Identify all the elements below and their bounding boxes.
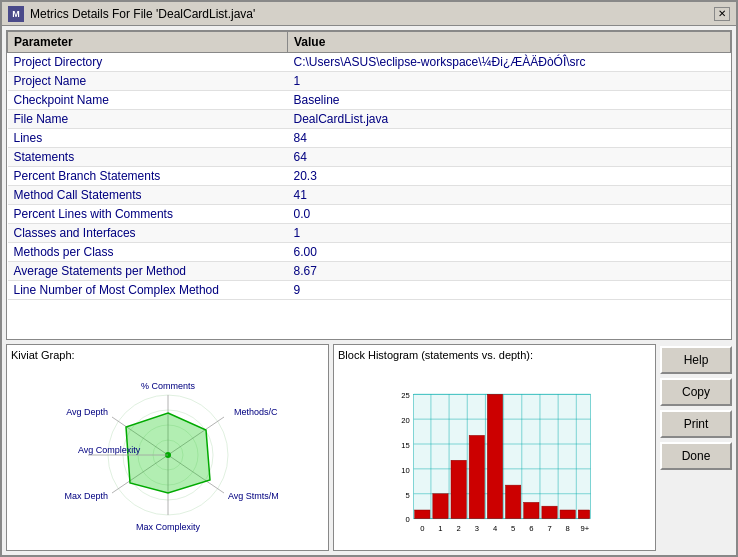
table-wrapper[interactable]: Parameter Value Project DirectoryC:\User… [7, 31, 731, 339]
table-row: Statements64 [8, 148, 731, 167]
svg-text:% Comments: % Comments [140, 381, 195, 391]
param-name: Percent Branch Statements [8, 167, 288, 186]
param-name: Percent Lines with Comments [8, 205, 288, 224]
table-row: Lines84 [8, 129, 731, 148]
kiviat-section: Kiviat Graph: [6, 344, 329, 551]
param-name: Method Call Statements [8, 186, 288, 205]
svg-rect-41 [505, 485, 520, 518]
copy-button[interactable]: Copy [660, 378, 732, 406]
param-value: 1 [288, 72, 731, 91]
close-button[interactable]: ✕ [714, 7, 730, 21]
table-row: Project Name1 [8, 72, 731, 91]
metrics-table: Parameter Value Project DirectoryC:\User… [7, 31, 731, 300]
window-content: Parameter Value Project DirectoryC:\User… [2, 26, 736, 555]
window-title: Metrics Details For File 'DealCardList.j… [30, 7, 255, 21]
param-value: 0.0 [288, 205, 731, 224]
param-name: Statements [8, 148, 288, 167]
title-bar-left: M Metrics Details For File 'DealCardList… [8, 6, 255, 22]
param-name: Line Number of Most Complex Method [8, 281, 288, 300]
svg-text:Avg Complexity: Avg Complexity [78, 445, 141, 455]
histogram-svg: 0 5 10 15 20 25 0 1 2 3 4 5 [385, 386, 605, 546]
param-name: File Name [8, 110, 288, 129]
svg-text:9+: 9+ [580, 524, 589, 533]
svg-text:Avg Stmts/Method: Avg Stmts/Method [228, 491, 278, 501]
param-value: 64 [288, 148, 731, 167]
kiviat-svg: % Comments Methods/Class Avg Stmts/Metho… [58, 375, 278, 535]
svg-text:Max Complexity: Max Complexity [135, 522, 200, 532]
param-value: 8.67 [288, 262, 731, 281]
table-row: Methods per Class6.00 [8, 243, 731, 262]
svg-text:Avg Depth: Avg Depth [66, 407, 108, 417]
svg-text:0: 0 [405, 515, 409, 524]
title-bar: M Metrics Details For File 'DealCardList… [2, 2, 736, 26]
bottom-section: Kiviat Graph: [6, 344, 732, 551]
buttons-section: Help Copy Print Done [660, 344, 732, 551]
svg-text:3: 3 [474, 524, 478, 533]
table-row: Line Number of Most Complex Method9 [8, 281, 731, 300]
col-header-value: Value [288, 32, 731, 53]
param-name: Checkpoint Name [8, 91, 288, 110]
print-button[interactable]: Print [660, 410, 732, 438]
param-value: 6.00 [288, 243, 731, 262]
table-row: Average Statements per Method8.67 [8, 262, 731, 281]
table-row: File NameDealCardList.java [8, 110, 731, 129]
charts-section: Kiviat Graph: [6, 344, 656, 551]
table-row: Classes and Interfaces1 [8, 224, 731, 243]
svg-rect-38 [451, 460, 466, 518]
svg-text:25: 25 [401, 391, 410, 400]
svg-rect-44 [560, 510, 575, 519]
svg-rect-39 [469, 435, 484, 518]
metrics-table-container: Parameter Value Project DirectoryC:\User… [6, 30, 732, 340]
help-button[interactable]: Help [660, 346, 732, 374]
table-row: Percent Lines with Comments0.0 [8, 205, 731, 224]
table-row: Percent Branch Statements20.3 [8, 167, 731, 186]
table-row: Method Call Statements41 [8, 186, 731, 205]
svg-rect-43 [541, 506, 556, 518]
svg-text:1: 1 [438, 524, 442, 533]
svg-text:5: 5 [511, 524, 515, 533]
param-value: 84 [288, 129, 731, 148]
param-name: Average Statements per Method [8, 262, 288, 281]
svg-text:10: 10 [401, 466, 410, 475]
param-value: Baseline [288, 91, 731, 110]
svg-text:0: 0 [420, 524, 424, 533]
done-button[interactable]: Done [660, 442, 732, 470]
table-row: Checkpoint NameBaseline [8, 91, 731, 110]
histogram-section: Block Histogram (statements vs. depth): [333, 344, 656, 551]
param-value: DealCardList.java [288, 110, 731, 129]
svg-text:7: 7 [547, 524, 551, 533]
svg-rect-37 [432, 494, 447, 519]
param-name: Project Directory [8, 53, 288, 72]
histogram-title: Block Histogram (statements vs. depth): [338, 349, 651, 361]
col-header-parameter: Parameter [8, 32, 288, 53]
window-icon: M [8, 6, 24, 22]
svg-text:Max Depth: Max Depth [64, 491, 108, 501]
svg-text:6: 6 [529, 524, 533, 533]
histogram-canvas: 0 5 10 15 20 25 0 1 2 3 4 5 [338, 363, 651, 546]
kiviat-canvas: % Comments Methods/Class Avg Stmts/Metho… [11, 363, 324, 546]
svg-text:4: 4 [492, 524, 497, 533]
param-name: Classes and Interfaces [8, 224, 288, 243]
param-name: Lines [8, 129, 288, 148]
svg-text:8: 8 [565, 524, 569, 533]
svg-text:Methods/Class: Methods/Class [234, 407, 278, 417]
svg-rect-36 [414, 510, 429, 519]
svg-text:5: 5 [405, 491, 409, 500]
kiviat-title: Kiviat Graph: [11, 349, 324, 361]
horizontal-scrollbar[interactable]: ◀ ▶ [7, 339, 731, 340]
svg-text:20: 20 [401, 416, 410, 425]
param-name: Project Name [8, 72, 288, 91]
svg-text:15: 15 [401, 441, 410, 450]
param-value: 1 [288, 224, 731, 243]
table-row: Project DirectoryC:\Users\ASUS\eclipse-w… [8, 53, 731, 72]
param-value: 41 [288, 186, 731, 205]
svg-rect-42 [523, 502, 538, 518]
main-window: M Metrics Details For File 'DealCardList… [0, 0, 738, 557]
svg-text:2: 2 [456, 524, 460, 533]
svg-rect-45 [578, 510, 589, 519]
param-value: C:\Users\ASUS\eclipse-workspace\¼Ði¿ÆÀÄÐ… [288, 53, 731, 72]
svg-rect-40 [487, 394, 502, 518]
param-name: Methods per Class [8, 243, 288, 262]
param-value: 9 [288, 281, 731, 300]
param-value: 20.3 [288, 167, 731, 186]
